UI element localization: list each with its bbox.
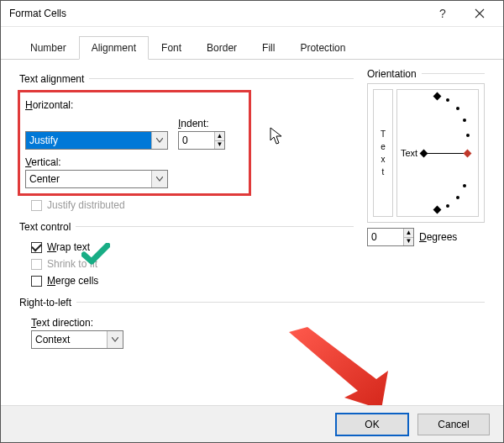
vertical-combo-value: Center <box>26 173 151 185</box>
merge-cells-checkbox[interactable]: Merge cells <box>31 275 485 287</box>
vertical-label: Vertical: <box>25 156 244 168</box>
text-direction-label: Text direction: <box>31 317 485 329</box>
tab-border[interactable]: Border <box>194 36 249 60</box>
titlebar: Format Cells ? <box>1 1 503 27</box>
orientation-group-header: Orientation <box>367 63 485 83</box>
indent-input[interactable] <box>179 132 214 149</box>
tab-protection[interactable]: Protection <box>287 36 358 60</box>
text-alignment-label: Text alignment <box>19 73 84 85</box>
merge-cells-label: Merge cells <box>47 275 98 287</box>
dial-dot-icon <box>446 204 449 208</box>
tab-number[interactable]: Number <box>18 36 79 60</box>
degrees-row: ▲▼ Degrees <box>367 228 485 246</box>
dial-dot-icon <box>463 184 466 187</box>
shrink-to-fit-checkbox: Shrink to fit <box>31 258 485 270</box>
dial-anchor-icon <box>420 150 428 158</box>
dial-marker-icon <box>433 92 442 101</box>
window-title: Format Cells <box>9 8 66 19</box>
format-cells-dialog: Format Cells ? Number Alignment Font Bor… <box>0 0 504 443</box>
text-direction-value: Context <box>32 334 107 345</box>
dial-dot-icon <box>463 119 466 122</box>
close-button[interactable] <box>461 2 498 25</box>
orientation-label: Orientation <box>367 68 417 80</box>
divider <box>89 78 354 79</box>
dial-line <box>423 153 466 154</box>
spin-down-icon[interactable]: ▼ <box>404 237 413 246</box>
divider <box>422 73 485 74</box>
degrees-label: Degrees <box>419 231 457 243</box>
rtl-label: Right-to-left <box>19 297 71 309</box>
vertical-combo[interactable]: Center <box>25 170 168 188</box>
rtl-group-header: Right-to-left <box>19 292 485 312</box>
help-button[interactable]: ? <box>424 2 461 25</box>
vertical-text-button[interactable]: T e x t <box>373 89 393 217</box>
horizontal-label: Horizontal: <box>25 99 244 111</box>
shrink-to-fit-label: Shrink to fit <box>47 258 97 270</box>
indent-block: Indent: ▲▼ <box>178 113 225 150</box>
tab-content: Text alignment Horizontal: Justify Inden… <box>1 60 503 349</box>
divider <box>76 302 485 303</box>
tab-font[interactable]: Font <box>149 36 194 60</box>
spin-up-icon[interactable]: ▲ <box>404 229 413 237</box>
horizontal-combo-value: Justify <box>26 134 151 146</box>
dial-dot-icon <box>456 107 459 110</box>
orientation-dial[interactable]: Text <box>396 89 479 217</box>
highlight-red-box: Horizontal: Justify Indent: ▲▼ Vertical:… <box>18 90 251 196</box>
ok-button[interactable]: OK <box>335 413 409 436</box>
dial-handle-icon <box>464 150 472 158</box>
dial-dot-icon <box>466 134 470 137</box>
chevron-down-icon <box>107 331 123 348</box>
spin-down-icon[interactable]: ▼ <box>215 140 224 150</box>
chevron-down-icon <box>151 171 167 187</box>
divider <box>76 226 354 227</box>
tab-alignment[interactable]: Alignment <box>79 36 149 60</box>
tab-bar: Number Alignment Font Border Fill Protec… <box>1 27 503 60</box>
horizontal-combo[interactable]: Justify <box>25 131 168 150</box>
orientation-text-label: Text <box>401 148 417 158</box>
text-control-label: Text control <box>19 221 71 233</box>
checkbox-icon <box>31 259 42 270</box>
checkbox-icon <box>31 242 42 253</box>
degrees-input[interactable] <box>368 229 403 245</box>
chevron-down-icon <box>151 132 167 149</box>
degrees-spin[interactable]: ▲▼ <box>367 228 414 246</box>
text-direction-combo[interactable]: Context <box>31 330 123 349</box>
checkbox-icon <box>31 200 42 211</box>
dial-marker-icon <box>433 206 442 214</box>
dialog-footer: OK Cancel <box>1 405 503 442</box>
tab-fill[interactable]: Fill <box>249 36 287 60</box>
orientation-panel: T e x t Text <box>367 83 485 223</box>
close-icon <box>475 8 485 18</box>
cancel-button[interactable]: Cancel <box>417 414 490 435</box>
orientation-group: Orientation T e x t Text <box>367 63 485 246</box>
indent-label: Indent: <box>178 118 225 129</box>
spin-up-icon[interactable]: ▲ <box>215 132 224 140</box>
wrap-text-label: Wrap text <box>47 241 90 253</box>
indent-spin[interactable]: ▲▼ <box>178 131 225 150</box>
titlebar-buttons: ? <box>424 2 498 25</box>
dial-dot-icon <box>456 196 459 199</box>
justify-distributed-label: Justify distributed <box>47 199 125 211</box>
checkbox-icon <box>31 276 42 287</box>
dial-dot-icon <box>446 98 449 102</box>
cursor-icon <box>270 127 285 145</box>
